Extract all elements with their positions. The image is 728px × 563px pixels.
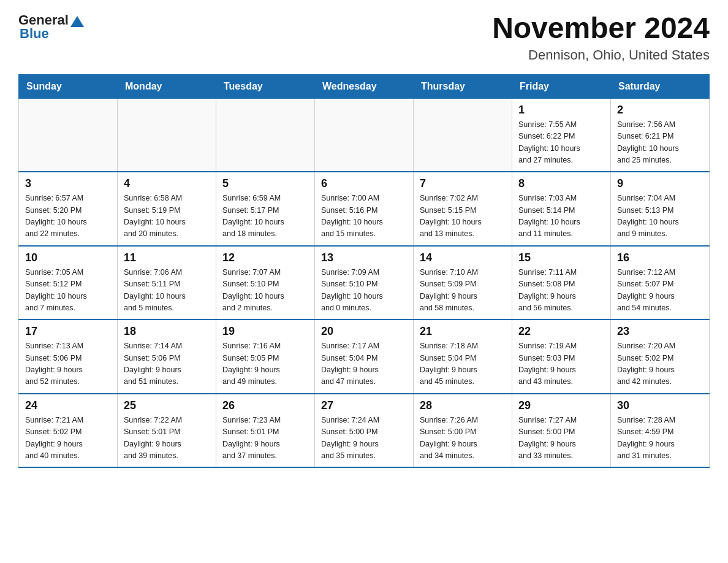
weekday-header-sunday: Sunday: [19, 74, 118, 98]
weekday-header-monday: Monday: [118, 74, 216, 98]
day-number: 15: [518, 251, 604, 264]
weekday-header-saturday: Saturday: [611, 74, 710, 98]
weekday-header-friday: Friday: [512, 74, 611, 98]
weekday-header-wednesday: Wednesday: [315, 74, 414, 98]
day-info: Sunrise: 7:55 AMSunset: 6:22 PMDaylight:…: [518, 119, 604, 167]
calendar-cell: 20Sunrise: 7:17 AMSunset: 5:04 PMDayligh…: [315, 320, 414, 394]
day-number: 18: [124, 325, 210, 338]
calendar-cell: 24Sunrise: 7:21 AMSunset: 5:02 PMDayligh…: [19, 394, 118, 468]
day-number: 11: [124, 251, 210, 264]
calendar-cell: [216, 98, 315, 172]
day-number: 14: [420, 251, 506, 264]
calendar-cell: 23Sunrise: 7:20 AMSunset: 5:02 PMDayligh…: [611, 320, 710, 394]
calendar-week-1: 1Sunrise: 7:55 AMSunset: 6:22 PMDaylight…: [19, 98, 710, 172]
day-info: Sunrise: 7:18 AMSunset: 5:04 PMDaylight:…: [420, 340, 506, 388]
day-number: 20: [321, 325, 407, 338]
day-number: 29: [518, 399, 604, 412]
calendar-cell: 15Sunrise: 7:11 AMSunset: 5:08 PMDayligh…: [512, 246, 611, 320]
calendar-cell: 4Sunrise: 6:58 AMSunset: 5:19 PMDaylight…: [118, 172, 216, 246]
calendar-cell: 1Sunrise: 7:55 AMSunset: 6:22 PMDaylight…: [512, 98, 611, 172]
day-number: 2: [617, 104, 703, 117]
calendar-cell: 17Sunrise: 7:13 AMSunset: 5:06 PMDayligh…: [19, 320, 118, 394]
calendar-cell: 21Sunrise: 7:18 AMSunset: 5:04 PMDayligh…: [414, 320, 512, 394]
day-info: Sunrise: 7:06 AMSunset: 5:11 PMDaylight:…: [124, 267, 210, 315]
title-block: November 2024 Dennison, Ohio, United Sta…: [492, 12, 710, 63]
day-info: Sunrise: 7:07 AMSunset: 5:10 PMDaylight:…: [222, 267, 308, 315]
calendar-cell: 9Sunrise: 7:04 AMSunset: 5:13 PMDaylight…: [611, 172, 710, 246]
calendar-title: November 2024: [492, 12, 710, 45]
calendar-cell: 10Sunrise: 7:05 AMSunset: 5:12 PMDayligh…: [19, 246, 118, 320]
day-info: Sunrise: 7:05 AMSunset: 5:12 PMDaylight:…: [25, 267, 111, 315]
calendar-cell: 16Sunrise: 7:12 AMSunset: 5:07 PMDayligh…: [611, 246, 710, 320]
day-info: Sunrise: 7:14 AMSunset: 5:06 PMDaylight:…: [124, 340, 210, 388]
day-number: 24: [25, 399, 111, 412]
weekday-header-row: SundayMondayTuesdayWednesdayThursdayFrid…: [19, 74, 710, 98]
calendar-cell: 8Sunrise: 7:03 AMSunset: 5:14 PMDaylight…: [512, 172, 611, 246]
day-info: Sunrise: 7:28 AMSunset: 4:59 PMDaylight:…: [617, 415, 703, 462]
day-info: Sunrise: 7:27 AMSunset: 5:00 PMDaylight:…: [518, 415, 604, 462]
calendar-cell: 25Sunrise: 7:22 AMSunset: 5:01 PMDayligh…: [118, 394, 216, 468]
day-number: 6: [321, 177, 407, 190]
calendar-body: 1Sunrise: 7:55 AMSunset: 6:22 PMDaylight…: [19, 98, 710, 467]
day-info: Sunrise: 7:11 AMSunset: 5:08 PMDaylight:…: [518, 267, 604, 315]
calendar-cell: [19, 98, 118, 172]
day-info: Sunrise: 6:59 AMSunset: 5:17 PMDaylight:…: [222, 193, 308, 240]
calendar-header: SundayMondayTuesdayWednesdayThursdayFrid…: [19, 74, 710, 98]
calendar-cell: 18Sunrise: 7:14 AMSunset: 5:06 PMDayligh…: [118, 320, 216, 394]
logo-blue-text: Blue: [20, 26, 49, 42]
day-info: Sunrise: 7:12 AMSunset: 5:07 PMDaylight:…: [617, 267, 703, 315]
calendar-table: SundayMondayTuesdayWednesdayThursdayFrid…: [18, 74, 710, 469]
logo: General Blue: [18, 12, 84, 42]
day-number: 16: [617, 251, 703, 264]
day-number: 9: [617, 177, 703, 190]
calendar-cell: 3Sunrise: 6:57 AMSunset: 5:20 PMDaylight…: [19, 172, 118, 246]
calendar-cell: 7Sunrise: 7:02 AMSunset: 5:15 PMDaylight…: [414, 172, 512, 246]
day-info: Sunrise: 7:23 AMSunset: 5:01 PMDaylight:…: [222, 415, 308, 462]
day-number: 4: [124, 177, 210, 190]
calendar-cell: 28Sunrise: 7:26 AMSunset: 5:00 PMDayligh…: [414, 394, 512, 468]
day-info: Sunrise: 7:21 AMSunset: 5:02 PMDaylight:…: [25, 415, 111, 462]
day-info: Sunrise: 7:17 AMSunset: 5:04 PMDaylight:…: [321, 340, 407, 388]
day-info: Sunrise: 7:19 AMSunset: 5:03 PMDaylight:…: [518, 340, 604, 388]
day-number: 26: [222, 399, 308, 412]
calendar-cell: 27Sunrise: 7:24 AMSunset: 5:00 PMDayligh…: [315, 394, 414, 468]
day-info: Sunrise: 7:02 AMSunset: 5:15 PMDaylight:…: [420, 193, 506, 240]
calendar-cell: 11Sunrise: 7:06 AMSunset: 5:11 PMDayligh…: [118, 246, 216, 320]
day-info: Sunrise: 7:24 AMSunset: 5:00 PMDaylight:…: [321, 415, 407, 462]
day-info: Sunrise: 7:00 AMSunset: 5:16 PMDaylight:…: [321, 193, 407, 240]
day-number: 1: [518, 104, 604, 117]
weekday-header-thursday: Thursday: [414, 74, 512, 98]
day-number: 10: [25, 251, 111, 264]
page-header: General Blue November 2024 Dennison, Ohi…: [18, 12, 710, 63]
calendar-cell: [118, 98, 216, 172]
calendar-cell: 6Sunrise: 7:00 AMSunset: 5:16 PMDaylight…: [315, 172, 414, 246]
day-info: Sunrise: 6:58 AMSunset: 5:19 PMDaylight:…: [124, 193, 210, 240]
day-number: 3: [25, 177, 111, 190]
day-number: 5: [222, 177, 308, 190]
day-number: 12: [222, 251, 308, 264]
day-info: Sunrise: 7:20 AMSunset: 5:02 PMDaylight:…: [617, 340, 703, 388]
calendar-cell: 30Sunrise: 7:28 AMSunset: 4:59 PMDayligh…: [611, 394, 710, 468]
calendar-cell: 29Sunrise: 7:27 AMSunset: 5:00 PMDayligh…: [512, 394, 611, 468]
day-info: Sunrise: 7:26 AMSunset: 5:00 PMDaylight:…: [420, 415, 506, 462]
day-number: 28: [420, 399, 506, 412]
calendar-cell: 5Sunrise: 6:59 AMSunset: 5:17 PMDaylight…: [216, 172, 315, 246]
day-number: 8: [518, 177, 604, 190]
day-number: 25: [124, 399, 210, 412]
day-info: Sunrise: 7:56 AMSunset: 6:21 PMDaylight:…: [617, 119, 703, 167]
day-number: 27: [321, 399, 407, 412]
day-info: Sunrise: 7:03 AMSunset: 5:14 PMDaylight:…: [518, 193, 604, 240]
calendar-week-4: 17Sunrise: 7:13 AMSunset: 5:06 PMDayligh…: [19, 320, 710, 394]
day-number: 22: [518, 325, 604, 338]
calendar-week-3: 10Sunrise: 7:05 AMSunset: 5:12 PMDayligh…: [19, 246, 710, 320]
calendar-cell: 12Sunrise: 7:07 AMSunset: 5:10 PMDayligh…: [216, 246, 315, 320]
calendar-cell: 2Sunrise: 7:56 AMSunset: 6:21 PMDaylight…: [611, 98, 710, 172]
calendar-cell: [414, 98, 512, 172]
day-number: 17: [25, 325, 111, 338]
day-info: Sunrise: 7:04 AMSunset: 5:13 PMDaylight:…: [617, 193, 703, 240]
logo-triangle-icon: [70, 13, 84, 27]
day-info: Sunrise: 6:57 AMSunset: 5:20 PMDaylight:…: [25, 193, 111, 240]
day-number: 30: [617, 399, 703, 412]
calendar-cell: 14Sunrise: 7:10 AMSunset: 5:09 PMDayligh…: [414, 246, 512, 320]
weekday-header-tuesday: Tuesday: [216, 74, 315, 98]
